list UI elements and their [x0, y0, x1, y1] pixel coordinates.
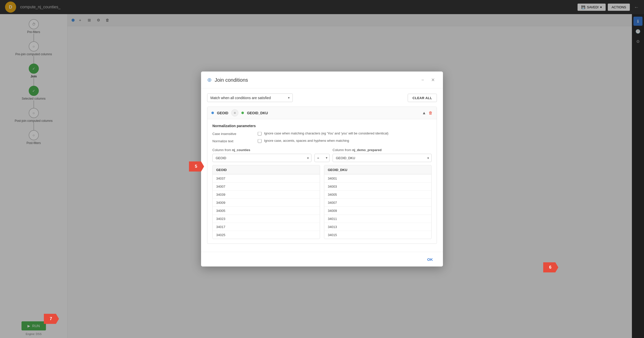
operator-badge: = [231, 109, 238, 117]
table-row: 34007 [213, 183, 320, 191]
table-row: 34003 [324, 183, 431, 191]
norm-params-title: Normalization parameters [212, 124, 432, 128]
left-table-header: GEOID [213, 165, 320, 175]
right-table-header: GEOID_DKU [324, 165, 431, 175]
right-col-name: GEOID_DKU [247, 111, 268, 115]
clear-all-button[interactable]: CLEAR ALL [408, 94, 437, 102]
delete-condition-icon[interactable]: 🗑 [429, 111, 433, 115]
normalization-params: Normalization parameters Case insensitiv… [207, 119, 437, 244]
dialog-footer: OK [201, 252, 443, 267]
step7-badge: 7 [44, 314, 59, 324]
left-col-dot [211, 112, 214, 114]
case-insensitive-row: Case insensitive Ignore case when matchi… [212, 131, 432, 136]
right-col-dot [241, 112, 244, 114]
table-row: 34001 [324, 175, 431, 183]
case-insensitive-label: Case insensitive [212, 131, 253, 136]
step5-badge: 5 [189, 161, 204, 172]
operator-select[interactable]: = [314, 154, 330, 162]
right-data-table: GEOID_DKU 34001 34003 34005 34007 34009 … [324, 165, 432, 239]
step6-badge: 6 [543, 262, 558, 272]
left-col-input-row: GEOID [212, 154, 311, 162]
table-row: 34023 [213, 215, 320, 223]
table-row: 34005 [324, 191, 431, 199]
collapse-icon[interactable]: ▲ [422, 111, 426, 115]
join-conditions-dialog: ⊕ Join conditions − ✕ Match when all con… [201, 72, 443, 267]
join-condition-block: GEOID = GEOID_DKU ▲ 🗑 Normalization para… [207, 107, 437, 244]
table-row: 34005 [213, 207, 320, 215]
data-preview: GEOID 34037 34007 34039 34009 34005 3402… [212, 165, 432, 239]
table-row: 34017 [213, 223, 320, 231]
col-selector-row: Column from nj_counties GEOID = [212, 148, 432, 162]
match-condition-select[interactable]: Match when all conditions are satisfiedM… [207, 94, 293, 102]
normalize-text-checkbox[interactable] [258, 139, 262, 143]
normalize-text-label: Normalize text [212, 139, 253, 143]
condition-actions: ▲ 🗑 [422, 111, 433, 115]
table-row: 34039 [213, 191, 320, 199]
table-row: 34011 [324, 215, 431, 223]
left-data-table: GEOID 34037 34007 34039 34009 34005 3402… [212, 165, 320, 239]
join-icon: ⊕ [207, 77, 212, 83]
case-insensitive-checkbox[interactable] [258, 132, 262, 136]
close-button[interactable]: ✕ [429, 76, 437, 84]
right-col-section: Column from nj_demo_prepared GEOID_DKU [333, 148, 432, 162]
join-condition-header: GEOID = GEOID_DKU ▲ 🗑 [207, 107, 437, 119]
left-col-section: Column from nj_counties GEOID [212, 148, 311, 162]
dialog-header: ⊕ Join conditions − ✕ [201, 72, 443, 89]
operator-select-section: = [314, 154, 330, 162]
normalize-text-row: Normalize text Ignore case, accents, spa… [212, 139, 432, 143]
eq-select-wrapper: = [314, 154, 330, 162]
minimize-button[interactable]: − [419, 76, 426, 83]
table-row: 34013 [324, 223, 431, 231]
table-row: 34037 [213, 175, 320, 183]
case-insensitive-group: Ignore case when matching characters (eg… [258, 131, 389, 136]
table-row: 34009 [324, 207, 431, 215]
left-col-select-wrapper: GEOID [212, 154, 311, 162]
table-row: 34007 [324, 199, 431, 207]
case-insensitive-desc: Ignore case when matching characters (eg… [264, 131, 389, 135]
right-col-from-label: Column from nj_demo_prepared [333, 148, 432, 152]
table-row: 34025 [213, 231, 320, 239]
dialog-body: Match when all conditions are satisfiedM… [201, 89, 443, 252]
dialog-title: Join conditions [215, 77, 416, 83]
right-col-select-wrapper: GEOID_DKU [333, 154, 432, 162]
right-col-select[interactable]: GEOID_DKU [333, 154, 432, 162]
normalize-text-group: Ignore case, accents, spaces and hyphens… [258, 139, 349, 143]
ok-button[interactable]: OK [423, 256, 437, 263]
table-row: 34009 [213, 199, 320, 207]
normalize-text-desc: Ignore case, accents, spaces and hyphens… [264, 139, 349, 143]
table-row: 34015 [324, 231, 431, 239]
left-col-name: GEOID [217, 111, 228, 115]
match-select-wrapper: Match when all conditions are satisfiedM… [207, 94, 293, 102]
left-col-select[interactable]: GEOID [212, 154, 311, 162]
left-col-from-label: Column from nj_counties [212, 148, 311, 152]
match-condition-row: Match when all conditions are satisfiedM… [207, 94, 437, 102]
